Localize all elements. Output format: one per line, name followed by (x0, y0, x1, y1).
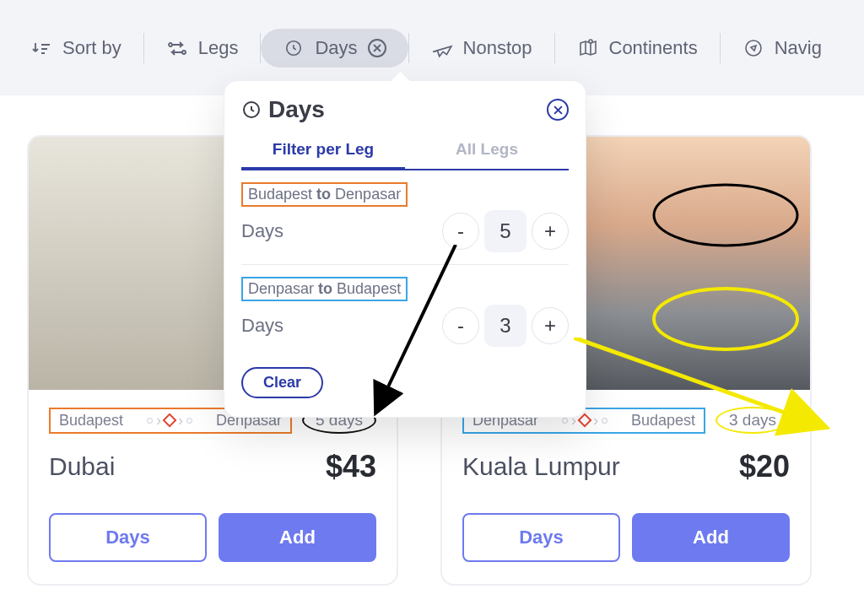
navig-filter[interactable]: Navig (721, 29, 844, 68)
route-connector: › › (147, 412, 192, 430)
sort-by-label: Sort by (62, 37, 122, 59)
leg-from: Denpasar (248, 280, 314, 297)
city-price-row: Kuala Lumpur $20 (462, 449, 790, 484)
popover-title-text: Days (268, 96, 325, 123)
days-label: Days (315, 37, 357, 59)
legs-label: Legs (198, 37, 239, 59)
svg-point-1 (182, 51, 186, 54)
leg-line: Days - 5 + (241, 210, 569, 252)
leg-to: Budapest (337, 280, 401, 297)
days-badge: 3 days (716, 407, 790, 434)
sort-icon (30, 37, 52, 59)
days-popover: Days Filter per Leg All Legs Budapest to… (224, 80, 586, 418)
popover-title: Days (241, 96, 325, 123)
card-add-button[interactable]: Add (632, 513, 790, 562)
city-name: Dubai (49, 452, 115, 481)
increment-button[interactable]: + (532, 307, 569, 344)
leg-from: Budapest (248, 186, 312, 203)
days-clear-icon[interactable] (368, 39, 386, 57)
increment-button[interactable]: + (532, 213, 569, 250)
card-days-button[interactable]: Days (49, 513, 207, 562)
card-body: Budapest › › Denpasar 5 days Dubai $43 D… (29, 390, 397, 584)
tab-all-legs[interactable]: All Legs (405, 132, 569, 169)
map-icon (577, 37, 599, 59)
nonstop-label: Nonstop (463, 37, 532, 59)
price: $20 (739, 449, 790, 484)
popover-close-button[interactable] (547, 99, 569, 121)
svg-point-0 (169, 43, 172, 46)
sort-by-filter[interactable]: Sort by (8, 29, 143, 68)
clock-icon (241, 100, 262, 120)
card-add-button[interactable]: Add (219, 513, 376, 562)
popover-header: Days (241, 96, 569, 123)
days-stepper: - 5 + (442, 210, 569, 252)
popover-tabs: Filter per Leg All Legs (241, 132, 569, 170)
card-body: Denpasar › › Budapest 3 days Kuala Lumpu… (442, 390, 810, 584)
decrement-button[interactable]: - (442, 307, 479, 344)
legs-icon (166, 37, 188, 59)
navig-label: Navig (775, 37, 822, 59)
plane-icon (431, 37, 453, 59)
city-price-row: Dubai $43 (49, 449, 376, 484)
clock-icon (283, 37, 305, 59)
leg-days-label: Days (241, 220, 284, 242)
decrement-button[interactable]: - (442, 213, 479, 250)
leg-block: Denpasar to Budapest Days - 3 + (241, 265, 569, 359)
card-buttons: Days Add (462, 513, 790, 562)
leg-line: Days - 3 + (241, 305, 569, 347)
leg-block: Budapest to Denpasar Days - 5 + (241, 170, 569, 265)
leg-to-word: to (318, 280, 332, 297)
route-from: Budapest (59, 412, 123, 430)
leg-to-word: to (316, 186, 331, 203)
nonstop-filter[interactable]: Nonstop (409, 29, 554, 68)
tab-filter-per-leg[interactable]: Filter per Leg (241, 132, 405, 170)
leg-to: Denpasar (335, 186, 401, 203)
city-name: Kuala Lumpur (462, 452, 620, 481)
days-stepper: - 3 + (442, 305, 569, 347)
route-to: Budapest (631, 412, 695, 430)
legs-filter[interactable]: Legs (144, 29, 261, 68)
days-filter[interactable]: Days (261, 29, 408, 68)
card-days-button[interactable]: Days (462, 513, 620, 562)
card-buttons: Days Add (49, 513, 376, 562)
continents-label: Continents (609, 37, 698, 59)
days-value: 3 (484, 305, 526, 347)
clear-button[interactable]: Clear (241, 367, 323, 398)
leg-days-label: Days (241, 315, 284, 337)
days-value: 5 (484, 210, 526, 252)
continents-filter[interactable]: Continents (555, 29, 720, 68)
leg-route: Budapest to Denpasar (241, 182, 408, 207)
leg-route: Denpasar to Budapest (241, 277, 408, 301)
svg-point-3 (589, 40, 592, 43)
compass-icon (742, 37, 764, 59)
price: $43 (326, 449, 376, 484)
svg-point-4 (746, 41, 761, 56)
